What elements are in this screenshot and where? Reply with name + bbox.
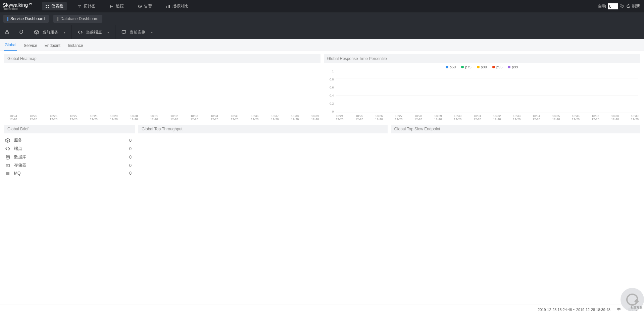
heatmap-body: 18:2412-2818:2512-2818:2612-2818:2712-28… xyxy=(4,63,320,121)
current-instance-selector[interactable]: 当前实例 ▾ xyxy=(115,25,159,39)
service-dashboard-button[interactable]: Service Dashboard xyxy=(3,15,49,23)
current-endpoint-label: 当前端点 xyxy=(86,29,102,35)
svg-point-13 xyxy=(6,155,9,156)
current-service-selector[interactable]: 当前服务 ▾ xyxy=(28,25,72,39)
legend-p95[interactable]: p95 xyxy=(492,65,502,69)
brief-row: 服务0 xyxy=(5,136,132,144)
x-tick: 18:3912-28 xyxy=(631,115,639,121)
interval-input[interactable] xyxy=(608,3,618,9)
dot-icon xyxy=(477,66,480,68)
storage-icon xyxy=(5,163,10,168)
legend-label: p90 xyxy=(481,65,487,69)
x-tick: 18:2912-28 xyxy=(110,115,118,121)
tab-instance[interactable]: Instance xyxy=(67,41,84,51)
throughput-body xyxy=(138,133,388,299)
percentile-title: Global Response Time Percentile xyxy=(324,54,640,63)
database-dashboard-label: Database Dashboard xyxy=(60,16,98,21)
brief-value: 0 xyxy=(129,171,132,176)
y-tick: 0.8 xyxy=(330,78,335,81)
top-bar: Skywalking Rocketbot 仪表盘 拓扑图 追踪 xyxy=(0,0,644,12)
nav-item-label: 指标对比 xyxy=(172,3,188,9)
dot-icon xyxy=(446,66,448,68)
y-tick: 0.4 xyxy=(330,94,335,97)
heatmap-panel: Global Heatmap 18:2412-2818:2512-2818:26… xyxy=(4,54,320,121)
legend-label: p75 xyxy=(465,65,471,69)
lock-button[interactable] xyxy=(0,25,14,39)
legend-p99[interactable]: p99 xyxy=(508,65,518,69)
tab-global[interactable]: Global xyxy=(4,40,17,51)
x-tick: 18:2712-28 xyxy=(70,115,78,121)
tab-endpoint[interactable]: Endpoint xyxy=(44,41,61,51)
x-tick: 18:3712-28 xyxy=(271,115,279,121)
x-tick: 18:3112-28 xyxy=(474,115,481,121)
tab-service[interactable]: Service xyxy=(23,41,38,51)
percentile-y-axis: 10.80.60.40.20 xyxy=(324,70,335,113)
database-dashboard-button[interactable]: Database Dashboard xyxy=(53,15,102,23)
topology-icon xyxy=(78,4,82,8)
legend-label: p99 xyxy=(512,65,518,69)
x-tick: 18:2712-28 xyxy=(395,115,402,121)
x-tick: 18:3512-28 xyxy=(231,115,238,121)
top-right-controls: 自动 秒 刷新 xyxy=(598,3,644,9)
chevron-down-icon: ▾ xyxy=(64,30,65,34)
x-tick: 18:3912-28 xyxy=(311,115,319,121)
inactive-bar-icon xyxy=(57,17,58,21)
x-tick: 18:2812-28 xyxy=(90,115,98,121)
chevron-down-icon: ▾ xyxy=(151,30,153,34)
x-tick: 18:3812-28 xyxy=(291,115,299,121)
brief-value: 0 xyxy=(129,138,132,143)
watermark-label: 创新互联 xyxy=(631,306,643,310)
svg-rect-0 xyxy=(46,5,47,6)
brand-sub: Rocketbot xyxy=(3,7,33,11)
legend-p50[interactable]: p50 xyxy=(446,65,456,69)
logo: Skywalking Rocketbot xyxy=(0,2,36,11)
brief-row: 数据库0 xyxy=(5,153,132,161)
x-tick: 18:3412-28 xyxy=(533,115,540,121)
x-tick: 18:2412-28 xyxy=(9,115,17,121)
svg-rect-12 xyxy=(122,30,126,33)
x-tick: 18:2412-28 xyxy=(336,115,344,121)
reload-button[interactable] xyxy=(14,25,28,39)
brief-label: 端点 xyxy=(14,146,22,151)
nav-item-label: 告警 xyxy=(144,3,152,9)
current-instance-label: 当前实例 xyxy=(130,29,146,35)
x-tick: 18:2612-28 xyxy=(50,115,57,121)
nav-item-dashboard[interactable]: 仪表盘 xyxy=(42,2,67,10)
svg-rect-11 xyxy=(6,32,8,34)
x-tick: 18:2612-28 xyxy=(375,115,383,121)
lock-icon xyxy=(5,30,9,35)
nav-item-trace[interactable]: 追踪 xyxy=(106,2,127,10)
x-tick: 18:3412-28 xyxy=(211,115,218,121)
reload-icon xyxy=(19,30,23,35)
slow-title: Global Top Slow Endpoint xyxy=(391,125,640,133)
dot-icon xyxy=(492,66,495,68)
legend-p90[interactable]: p90 xyxy=(477,65,487,69)
legend-label: p50 xyxy=(450,65,456,69)
nav-item-label: 拓扑图 xyxy=(84,3,96,9)
nav-item-topology[interactable]: 拓扑图 xyxy=(74,2,99,10)
nav-item-label: 仪表盘 xyxy=(51,3,63,9)
refresh-button[interactable]: 刷新 xyxy=(626,3,640,9)
lang-switch[interactable]: 中 xyxy=(617,307,621,312)
brief-value: 0 xyxy=(129,155,132,160)
legend-p75[interactable]: p75 xyxy=(461,65,471,69)
cube-icon xyxy=(5,138,10,143)
alarm-icon xyxy=(138,4,142,8)
row2: Global Brief 服务0端点0数据库0存储器0MQ0 Global To… xyxy=(4,125,640,299)
active-bar-icon xyxy=(7,17,8,21)
page-tabs: Global Service Endpoint Instance xyxy=(0,39,644,51)
x-tick: 18:3612-28 xyxy=(251,115,258,121)
time-range[interactable]: 2019-12-28 18:24:48 ~ 2019-12-28 18:39:4… xyxy=(538,308,610,312)
x-tick: 18:3312-28 xyxy=(513,115,521,121)
nav-item-alarm[interactable]: 告警 xyxy=(135,2,155,10)
brief-row: 端点0 xyxy=(5,144,132,153)
chevron-down-icon: ▾ xyxy=(107,30,109,34)
x-tick: 18:2912-28 xyxy=(434,115,442,121)
brief-panel: Global Brief 服务0端点0数据库0存储器0MQ0 xyxy=(4,125,135,299)
throughput-panel: Global Top Throughput xyxy=(138,125,388,299)
current-service-label: 当前服务 xyxy=(42,29,58,35)
x-tick: 18:3012-28 xyxy=(130,115,138,121)
refresh-label: 刷新 xyxy=(632,3,640,9)
current-endpoint-selector[interactable]: 当前端点 ▾ xyxy=(72,25,115,39)
nav-item-compare[interactable]: 指标对比 xyxy=(163,2,192,10)
